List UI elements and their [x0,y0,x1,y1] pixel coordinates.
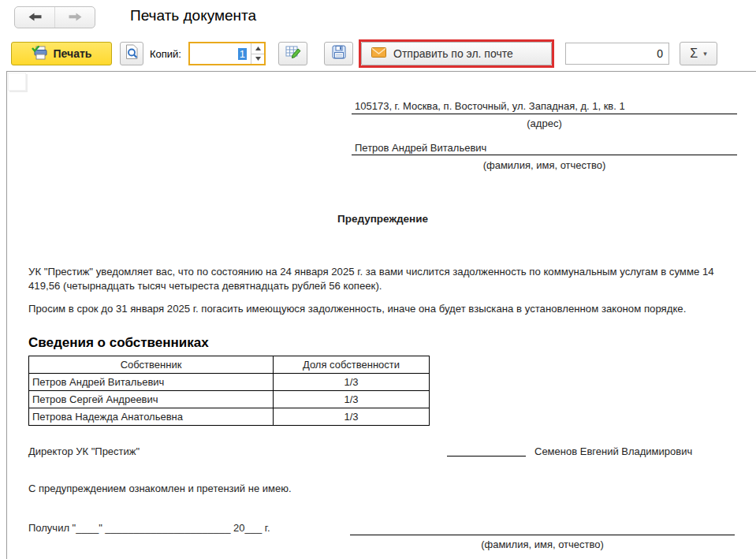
send-email-button[interactable]: Отправить по эл. почте [361,42,552,65]
received-line: Получил "____" ______________________ 20… [28,522,270,534]
recipient-field: Петров Андрей Витальевич [352,142,737,155]
director-label: Директор УК "Престиж" [28,445,140,457]
share-cell: 1/3 [274,408,430,426]
signature-caption: (фамилия, имя, отчество) [350,539,735,550]
envelope-icon [371,47,386,60]
arrow-right-icon [69,10,82,24]
document-title: Предупреждение [28,213,737,225]
preview-icon [125,44,139,63]
page-title: Печать документа [130,7,256,24]
back-button[interactable] [15,7,55,28]
spin-up-button[interactable] [251,43,264,54]
director-name: Семенов Евгений Владимирович [534,445,692,457]
address-caption: (адрес) [352,117,737,129]
selected-cell-indicator[interactable] [8,73,26,91]
body-paragraph: УК "Престиж" уведомляет вас, что по сост… [28,265,740,293]
save-button[interactable] [324,42,353,65]
director-signature-line [447,444,526,457]
owner-cell: Петров Сергей Андреевич [29,391,274,408]
history-nav [14,6,95,28]
sigma-icon: Σ [690,47,698,61]
send-email-label: Отправить по эл. почте [393,47,513,60]
recipient-signature-line [350,523,735,535]
share-cell: 1/3 [274,391,430,408]
document-body: УК "Престиж" уведомляет вас, что по сост… [28,265,740,316]
share-cell: 1/3 [274,374,430,391]
printer-icon [32,46,48,62]
preview-button[interactable] [120,42,143,65]
address-field: 105173, г. Москва, п. Восточный, ул. Зап… [352,100,737,114]
owners-table: Собственник Доля собственности Петров Ан… [28,356,430,426]
copies-value[interactable]: 1 [190,43,251,64]
owner-cell: Петрова Надежда Анатольевна [29,408,274,426]
email-button-highlight: Отправить по эл. почте [359,39,554,68]
share-column-header: Доля собственности [274,356,430,374]
print-document-window: Печать документа Печать Копий: 1 [0,0,756,559]
table-row: Петров Андрей Витальевич 1/3 [29,374,430,391]
spin-down-button[interactable] [251,54,264,65]
forward-button[interactable] [55,7,95,28]
table-row: Петров Сергей Андреевич 1/3 [29,391,430,408]
page-setup-button[interactable] [278,42,307,65]
sum-field[interactable]: 0 [565,43,669,65]
print-button-label: Печать [54,47,92,60]
copies-stepper[interactable]: 1 [188,42,266,65]
spin-buttons [251,43,264,64]
table-header-row: Собственник Доля собственности [29,356,430,374]
floppy-disk-icon [332,45,346,62]
acknowledgement-line: С предупреждением ознакомлен и претензий… [28,483,292,494]
owners-heading: Сведения о собственниках [28,335,209,351]
recipient-caption: (фамилия, имя, отчество) [352,159,737,171]
copies-label: Копий: [150,48,181,60]
sum-menu-button[interactable]: Σ ▾ [680,42,717,65]
table-row: Петрова Надежда Анатольевна 1/3 [29,408,430,426]
table-edit-icon [285,45,301,62]
arrow-left-icon [28,10,42,24]
body-paragraph: Просим в срок до 31 января 2025 г. погас… [28,302,740,316]
document-preview-panel[interactable]: 105173, г. Москва, п. Восточный, ул. Зап… [6,71,756,559]
owner-column-header: Собственник [29,356,274,374]
chevron-down-icon: ▾ [703,50,707,58]
print-button[interactable]: Печать [11,42,112,65]
owner-cell: Петров Андрей Витальевич [29,374,274,391]
